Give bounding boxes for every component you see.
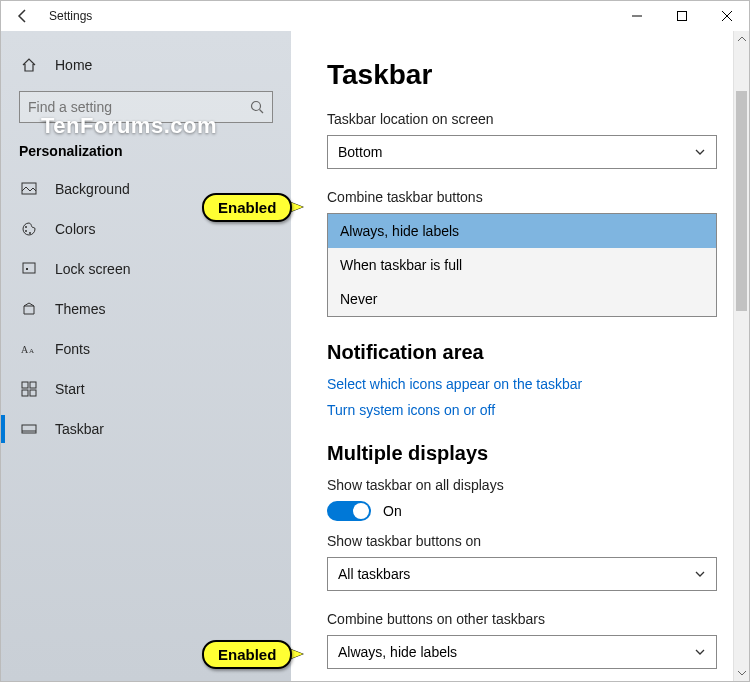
show-on-value: All taskbars bbox=[338, 566, 410, 582]
combine-other-value: Always, hide labels bbox=[338, 644, 457, 660]
chevron-down-icon bbox=[694, 646, 706, 658]
sidebar-item-label: Themes bbox=[55, 301, 106, 317]
main-content: Taskbar Taskbar location on screen Botto… bbox=[291, 31, 749, 681]
location-select[interactable]: Bottom bbox=[327, 135, 717, 169]
sidebar-item-start[interactable]: Start bbox=[1, 369, 291, 409]
combine-option-full[interactable]: When taskbar is full bbox=[328, 248, 716, 282]
combine-label: Combine taskbar buttons bbox=[327, 189, 723, 205]
scroll-down-icon[interactable] bbox=[734, 665, 749, 681]
combine-dropdown[interactable]: Always, hide labels When taskbar is full… bbox=[327, 213, 717, 317]
home-icon bbox=[19, 55, 39, 75]
taskbar-icon bbox=[19, 419, 39, 439]
combine-option-never[interactable]: Never bbox=[328, 282, 716, 316]
svg-point-6 bbox=[25, 230, 27, 232]
close-button[interactable] bbox=[704, 1, 749, 31]
show-on-select[interactable]: All taskbars bbox=[327, 557, 717, 591]
sidebar-item-label: Taskbar bbox=[55, 421, 104, 437]
svg-rect-13 bbox=[30, 382, 36, 388]
combine-other-label: Combine buttons on other taskbars bbox=[327, 611, 723, 627]
svg-rect-15 bbox=[30, 390, 36, 396]
show-on-label: Show taskbar buttons on bbox=[327, 533, 723, 549]
svg-rect-8 bbox=[23, 263, 35, 273]
location-label: Taskbar location on screen bbox=[327, 111, 723, 127]
search-input[interactable] bbox=[28, 99, 250, 115]
lockscreen-icon bbox=[19, 259, 39, 279]
search-icon bbox=[250, 100, 264, 114]
svg-line-3 bbox=[260, 110, 264, 114]
svg-text:A: A bbox=[21, 344, 29, 355]
svg-rect-12 bbox=[22, 382, 28, 388]
svg-point-5 bbox=[25, 226, 27, 228]
scrollbar[interactable] bbox=[733, 31, 749, 681]
multiple-displays-heading: Multiple displays bbox=[327, 442, 723, 465]
chevron-down-icon bbox=[694, 568, 706, 580]
link-select-icons[interactable]: Select which icons appear on the taskbar bbox=[327, 376, 723, 392]
search-box[interactable] bbox=[19, 91, 273, 123]
fonts-icon: AA bbox=[19, 339, 39, 359]
sidebar-item-label: Fonts bbox=[55, 341, 90, 357]
show-all-label: Show taskbar on all displays bbox=[327, 477, 723, 493]
show-all-state: On bbox=[383, 503, 402, 519]
home-label: Home bbox=[55, 57, 92, 73]
scroll-thumb[interactable] bbox=[736, 91, 747, 311]
svg-point-2 bbox=[252, 102, 261, 111]
themes-icon bbox=[19, 299, 39, 319]
location-value: Bottom bbox=[338, 144, 382, 160]
link-system-icons[interactable]: Turn system icons on or off bbox=[327, 402, 723, 418]
show-all-toggle[interactable] bbox=[327, 501, 371, 521]
settings-window: Settings Home bbox=[0, 0, 750, 682]
svg-rect-9 bbox=[26, 268, 28, 270]
home-nav[interactable]: Home bbox=[1, 45, 291, 85]
svg-rect-14 bbox=[22, 390, 28, 396]
svg-text:A: A bbox=[29, 347, 34, 355]
svg-point-7 bbox=[29, 232, 31, 234]
callout-enabled-2: Enabled bbox=[202, 640, 292, 669]
callout-enabled-1: Enabled bbox=[202, 193, 292, 222]
notification-heading: Notification area bbox=[327, 341, 723, 364]
maximize-button[interactable] bbox=[659, 1, 704, 31]
sidebar-item-themes[interactable]: Themes bbox=[1, 289, 291, 329]
sidebar-item-taskbar[interactable]: Taskbar bbox=[1, 409, 291, 449]
combine-other-select[interactable]: Always, hide labels bbox=[327, 635, 717, 669]
sidebar-item-label: Colors bbox=[55, 221, 95, 237]
page-title: Taskbar bbox=[327, 59, 723, 91]
window-controls bbox=[614, 1, 749, 31]
sidebar-item-label: Lock screen bbox=[55, 261, 130, 277]
back-button[interactable] bbox=[7, 1, 39, 31]
sidebar-item-label: Start bbox=[55, 381, 85, 397]
sidebar: Home TenForums.com Personalization Backg… bbox=[1, 31, 291, 681]
sidebar-item-lockscreen[interactable]: Lock screen bbox=[1, 249, 291, 289]
start-icon bbox=[19, 379, 39, 399]
sidebar-item-label: Background bbox=[55, 181, 130, 197]
svg-rect-1 bbox=[677, 12, 686, 21]
scroll-up-icon[interactable] bbox=[734, 31, 749, 47]
minimize-button[interactable] bbox=[614, 1, 659, 31]
svg-rect-16 bbox=[22, 425, 36, 433]
sidebar-item-fonts[interactable]: AA Fonts bbox=[1, 329, 291, 369]
colors-icon bbox=[19, 219, 39, 239]
chevron-down-icon bbox=[694, 146, 706, 158]
background-icon bbox=[19, 179, 39, 199]
titlebar: Settings bbox=[1, 1, 749, 31]
window-title: Settings bbox=[49, 9, 92, 23]
combine-option-always[interactable]: Always, hide labels bbox=[328, 214, 716, 248]
section-header: Personalization bbox=[1, 137, 291, 169]
